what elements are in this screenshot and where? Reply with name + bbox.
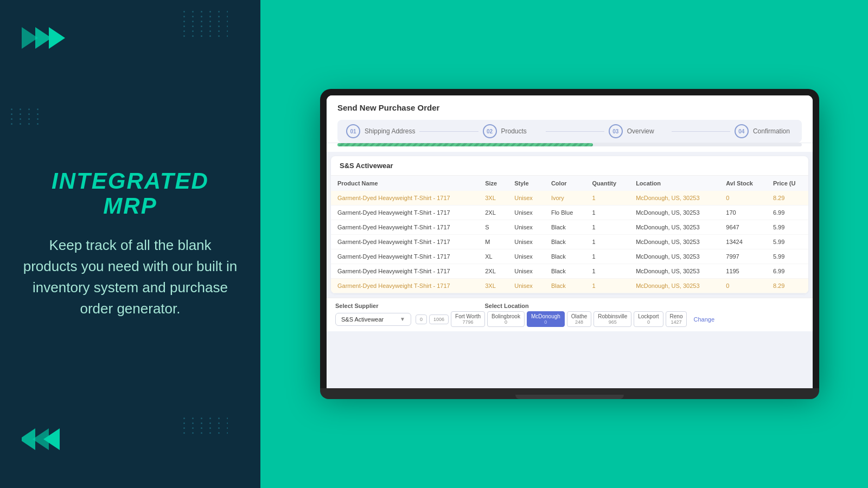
cell-style: Unisex — [508, 220, 545, 235]
cell-size: M — [478, 235, 508, 249]
table-row: Garment-Dyed Heavyweight T-Shirt - 1717 … — [331, 264, 808, 279]
location-chip[interactable]: Olathe248 — [567, 311, 591, 327]
cell-style: Unisex — [508, 279, 545, 293]
bottom-bar: Select Supplier Select Location S&S Acti… — [327, 298, 813, 331]
cell-style: Unisex — [508, 191, 545, 206]
col-style: Style — [508, 176, 545, 191]
logo-icon — [22, 22, 65, 54]
location-chip[interactable]: Bolingbrook0 — [487, 311, 525, 327]
cell-quantity: 1 — [586, 206, 630, 220]
cell-avl-stock: 9647 — [719, 220, 767, 235]
chip-num: 7796 — [455, 319, 481, 325]
cell-location: McDonough, US, 30253 — [629, 206, 719, 220]
table-row: Garment-Dyed Heavyweight T-Shirt - 1717 … — [331, 206, 808, 220]
cell-style: Unisex — [508, 206, 545, 220]
laptop: Send New Purchase Order 01 Shipping Addr… — [320, 89, 819, 399]
right-panel: Send New Purchase Order 01 Shipping Addr… — [260, 0, 868, 488]
left-panel-content: INTEGRATED MRP Keep track of all the bla… — [0, 147, 260, 341]
cell-size: 2XL — [478, 264, 508, 279]
step-3: 03 Overview — [609, 124, 667, 138]
supplier-dropdown-icon: ▼ — [400, 316, 405, 322]
chip-num: 0 — [492, 319, 520, 325]
chip-name: Fort Worth — [455, 313, 481, 319]
step-divider-1 — [419, 131, 478, 132]
cell-name: Garment-Dyed Heavyweight T-Shirt - 1717 — [331, 249, 478, 264]
cell-name: Garment-Dyed Heavyweight T-Shirt - 1717 — [331, 206, 478, 220]
cell-size: S — [478, 220, 508, 235]
progress-bar-track — [337, 143, 802, 146]
cell-quantity: 1 — [586, 235, 630, 249]
cell-quantity: 1 — [586, 249, 630, 264]
cell-style: Unisex — [508, 249, 545, 264]
cell-size: 3XL — [478, 279, 508, 293]
cell-name: Garment-Dyed Heavyweight T-Shirt - 1717 — [331, 235, 478, 249]
col-product-name: Product Name — [331, 176, 478, 191]
cell-quantity: 1 — [586, 191, 630, 206]
cell-location: McDonough, US, 30253 — [629, 220, 719, 235]
cell-name: Garment-Dyed Heavyweight T-Shirt - 1717 — [331, 279, 478, 293]
cell-color: Black — [545, 264, 586, 279]
supplier-select[interactable]: S&S Activewear ▼ — [335, 313, 411, 326]
chip-name: Lockport — [638, 313, 659, 319]
steps-bar: 01 Shipping Address 02 Products 03 — [337, 120, 802, 143]
cell-color: Black — [545, 220, 586, 235]
location-chip[interactable]: Fort Worth7796 — [451, 311, 485, 327]
cell-avl-stock: 0 — [719, 191, 767, 206]
col-quantity: Quantity — [586, 176, 630, 191]
step-2-circle: 02 — [483, 124, 497, 138]
cell-color: Ivory — [545, 191, 586, 206]
dot-pattern-bottom: for(let i=0;i<32;i++) document.currentSc… — [183, 418, 250, 434]
chip-name: Olathe — [571, 313, 587, 319]
location-chip[interactable]: Robbinsville965 — [593, 311, 631, 327]
step-3-circle: 03 — [609, 124, 623, 138]
cell-price: 8.29 — [767, 191, 808, 206]
back-arrows-icon — [22, 423, 60, 455]
location-chip[interactable]: 0 — [416, 314, 427, 324]
cell-location: McDonough, US, 30253 — [629, 249, 719, 264]
cell-avl-stock: 7997 — [719, 249, 767, 264]
brand-title: INTEGRATED MRP — [22, 169, 239, 219]
step-2: 02 Products — [483, 124, 541, 138]
cell-price: 8.29 — [767, 279, 808, 293]
location-chip[interactable]: Reno1427 — [666, 311, 687, 327]
laptop-inner: Send New Purchase Order 01 Shipping Addr… — [327, 95, 813, 388]
svg-marker-2 — [49, 27, 65, 49]
cell-name: Garment-Dyed Heavyweight T-Shirt - 1717 — [331, 191, 478, 206]
location-chip[interactable]: Lockport0 — [634, 311, 663, 327]
app-content: Send New Purchase Order 01 Shipping Addr… — [327, 95, 813, 388]
table-row: Garment-Dyed Heavyweight T-Shirt - 1717 … — [331, 279, 808, 293]
cell-color: Black — [545, 279, 586, 293]
bottom-row-2: S&S Activewear ▼ 01006Fort Worth7796Boli… — [335, 311, 804, 327]
location-chip[interactable]: McDonough0 — [527, 311, 565, 327]
select-location-label: Select Location — [484, 303, 528, 309]
cell-name: Garment-Dyed Heavyweight T-Shirt - 1717 — [331, 220, 478, 235]
cell-style: Unisex — [508, 235, 545, 249]
cell-color: Black — [545, 249, 586, 264]
cell-quantity: 1 — [586, 220, 630, 235]
cell-avl-stock: 0 — [719, 279, 767, 293]
step-divider-2 — [546, 131, 604, 132]
cell-avl-stock: 170 — [719, 206, 767, 220]
cell-avl-stock: 13424 — [719, 235, 767, 249]
cell-price: 5.99 — [767, 235, 808, 249]
col-color: Color — [545, 176, 586, 191]
change-link[interactable]: Change — [693, 316, 714, 323]
chip-num: 0 — [420, 317, 423, 322]
cell-size: 2XL — [478, 206, 508, 220]
svg-marker-4 — [22, 428, 35, 450]
laptop-base — [320, 388, 819, 399]
chip-num: 1427 — [670, 319, 683, 325]
table-row: Garment-Dyed Heavyweight T-Shirt - 1717 … — [331, 191, 808, 206]
chip-num: 1006 — [433, 317, 444, 322]
cell-name: Garment-Dyed Heavyweight T-Shirt - 1717 — [331, 264, 478, 279]
location-chip[interactable]: 1006 — [429, 314, 449, 324]
step-1-label: Shipping Address — [365, 127, 415, 135]
table-section: S&S Activewear Product Name Size Style C… — [331, 156, 808, 293]
chip-num: 0 — [531, 319, 560, 325]
table-row: Garment-Dyed Heavyweight T-Shirt - 1717 … — [331, 249, 808, 264]
cell-size: 3XL — [478, 191, 508, 206]
cell-price: 5.99 — [767, 249, 808, 264]
cell-price: 6.99 — [767, 264, 808, 279]
cell-price: 6.99 — [767, 206, 808, 220]
chip-num: 0 — [638, 319, 659, 325]
